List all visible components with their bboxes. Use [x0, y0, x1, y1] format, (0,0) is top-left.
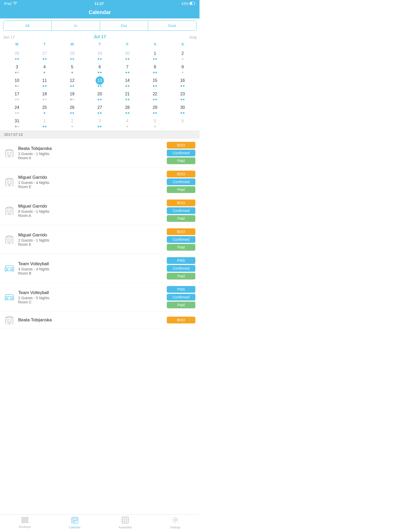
day-cell[interactable]: 14: [114, 75, 141, 89]
day-cell[interactable]: 13: [86, 75, 114, 89]
day-cell[interactable]: 26: [3, 48, 31, 62]
day-cell[interactable]: 4: [31, 62, 58, 75]
day-number: 4: [40, 63, 49, 71]
next-month-label[interactable]: Aug: [189, 35, 196, 39]
day-cell[interactable]: 27: [86, 102, 114, 116]
day-cell[interactable]: 9: [169, 62, 196, 75]
day-cell[interactable]: 28: [58, 48, 86, 62]
booking-details: 4 Guests - 4 Nights: [18, 267, 167, 271]
day-cell[interactable]: 29: [86, 48, 114, 62]
day-cell[interactable]: 22: [141, 89, 169, 102]
day-cell[interactable]: 1: [141, 48, 169, 62]
booking-item[interactable]: Beata Tobijanska3 Guests - 1 NightsRoom …: [0, 139, 200, 168]
day-number: 28: [68, 49, 76, 58]
day-cell[interactable]: 18: [31, 89, 58, 102]
booking-item[interactable]: Beata TobijanskaBOO: [0, 312, 200, 329]
day-cell[interactable]: 27: [31, 48, 58, 62]
day-cell[interactable]: 21: [114, 89, 141, 102]
day-cell[interactable]: 12: [58, 75, 86, 89]
dot: [43, 85, 44, 87]
day-cell[interactable]: 8: [141, 62, 169, 75]
booking-item[interactable]: Miguel Garrido8 Guests - 1 NightsRoom AB…: [0, 196, 200, 225]
day-cell[interactable]: 25: [31, 102, 58, 116]
day-cell[interactable]: 23: [169, 89, 196, 102]
day-cell[interactable]: 2: [169, 48, 196, 62]
prev-month-label[interactable]: Jun 17: [3, 35, 15, 39]
badge-confirmed[interactable]: Confirmed: [167, 236, 195, 243]
booking-badges: BOO: [167, 317, 195, 323]
svg-rect-33: [10, 297, 13, 299]
tab-over[interactable]: Over: [148, 21, 196, 30]
dot: [181, 99, 182, 100]
badge-pms[interactable]: PMS: [167, 286, 195, 293]
day-cell[interactable]: 2: [58, 116, 86, 129]
day-cell[interactable]: 31: [3, 116, 31, 129]
day-cell[interactable]: 5: [141, 116, 169, 129]
day-cell[interactable]: 20: [86, 89, 114, 102]
badge-confirmed[interactable]: Confirmed: [167, 294, 195, 301]
day-cell[interactable]: 30: [114, 48, 141, 62]
dot: [183, 85, 184, 87]
day-cell[interactable]: 4: [114, 116, 141, 129]
booking-item[interactable]: Miguel Garrido1 Guests - 4 NightsRoom EB…: [0, 168, 200, 196]
badge-boo[interactable]: BOO: [167, 171, 195, 177]
tab-in[interactable]: In: [52, 21, 100, 30]
badge-paid[interactable]: Paid: [167, 273, 195, 280]
day-number: 13: [96, 76, 104, 85]
day-cell[interactable]: 5: [58, 62, 86, 75]
badge-boo[interactable]: BOO: [167, 142, 195, 149]
badge-confirmed[interactable]: Confirmed: [167, 150, 195, 156]
day-cell[interactable]: 28: [114, 102, 141, 116]
dot: [125, 72, 127, 73]
badge-boo[interactable]: BOO: [167, 228, 195, 235]
day-cell[interactable]: 29: [141, 102, 169, 116]
day-number: 22: [151, 90, 159, 98]
dot: [15, 99, 17, 100]
day-cell[interactable]: 6: [169, 116, 196, 129]
day-cell[interactable]: 15: [141, 75, 169, 89]
day-cell[interactable]: 6: [86, 62, 114, 75]
day-cell[interactable]: 19: [58, 89, 86, 102]
badge-paid[interactable]: Paid: [167, 215, 195, 222]
day-cell[interactable]: 26: [58, 102, 86, 116]
day-dots: [15, 85, 19, 87]
day-cell[interactable]: 16: [169, 75, 196, 89]
dot: [154, 126, 156, 127]
dot: [183, 112, 184, 114]
tab-out[interactable]: Out: [100, 21, 148, 30]
day-number: 27: [40, 49, 49, 58]
day-cell[interactable]: 1: [31, 116, 58, 129]
badge-boo[interactable]: BOO: [167, 200, 195, 206]
badge-boo[interactable]: BOO: [167, 317, 195, 323]
day-dots: [70, 99, 74, 100]
day-number: 10: [13, 76, 21, 85]
day-header-tue: T: [31, 41, 58, 47]
day-cell[interactable]: 24: [3, 102, 31, 116]
day-cell[interactable]: 3: [86, 116, 114, 129]
dot: [127, 126, 128, 127]
badge-paid[interactable]: Paid: [167, 244, 195, 251]
day-dots: [153, 85, 157, 87]
dot: [100, 85, 102, 87]
day-cell[interactable]: 7: [114, 62, 141, 75]
badge-confirmed[interactable]: Confirmed: [167, 207, 195, 214]
badge-paid[interactable]: Paid: [167, 186, 195, 193]
day-cell[interactable]: 10: [3, 75, 31, 89]
badge-pms[interactable]: PMS: [167, 257, 195, 264]
tab-all[interactable]: All: [3, 21, 52, 30]
day-cell[interactable]: 30: [169, 102, 196, 116]
day-cell[interactable]: 17: [3, 89, 31, 102]
day-cell[interactable]: 11: [31, 75, 58, 89]
dot: [15, 85, 17, 87]
day-number: 11: [40, 76, 49, 85]
booking-details: 1 Guests - 4 Nights: [18, 181, 167, 185]
dot: [153, 72, 155, 73]
badge-paid[interactable]: Paid: [167, 302, 195, 308]
booking-item[interactable]: Team Volleyball4 Guests - 4 NightsRoom B…: [0, 254, 200, 283]
day-cell[interactable]: 3: [3, 62, 31, 75]
badge-confirmed[interactable]: Confirmed: [167, 265, 195, 272]
badge-paid[interactable]: Paid: [167, 157, 195, 164]
badge-confirmed[interactable]: Confirmed: [167, 178, 195, 185]
booking-item[interactable]: Miguel Garrido2 Guests - 1 NightsRoom EB…: [0, 225, 200, 254]
booking-item[interactable]: Team Volleyball2 Guests - 5 NightsRoom C…: [0, 283, 200, 312]
